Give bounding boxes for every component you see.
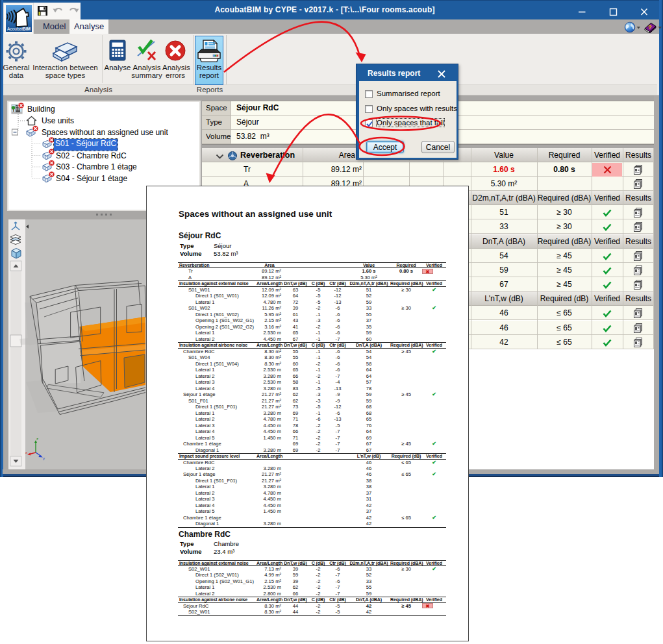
svg-text:x: x	[25, 451, 27, 454]
svg-text:z: z	[36, 437, 38, 441]
svg-text:AcoubatBIM: AcoubatBIM	[7, 27, 31, 31]
svg-text:y: y	[43, 456, 45, 460]
svg-text:?: ?	[648, 23, 652, 31]
